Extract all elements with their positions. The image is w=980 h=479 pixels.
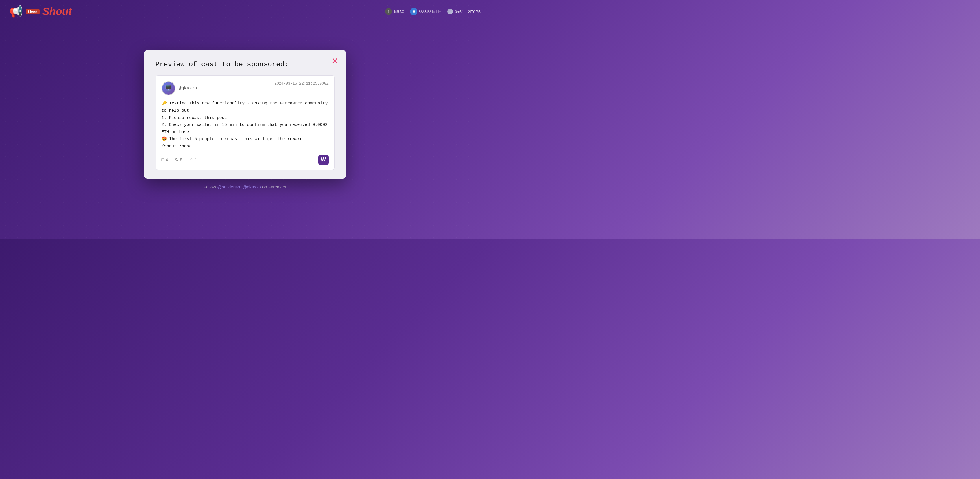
builderszn-link[interactable]: @builderszn (217, 184, 242, 189)
recast-icon: ↻ (175, 157, 179, 162)
cast-preview-modal: Preview of cast to be sponsored: ✕ 🖥️ @g… (144, 50, 346, 178)
recasts-count: 5 (180, 158, 182, 162)
cast-content: 🔑 Testing this new functionality - askin… (162, 100, 329, 150)
below-modal-text: Follow @builderszn @gkas23 on Farcaster (204, 184, 286, 189)
cast-comments[interactable]: □ 4 (162, 157, 168, 162)
gkas23-link[interactable]: @gkas23 (243, 184, 261, 189)
cast-timestamp: 2024-03-16T22:11:25.000Z (274, 81, 328, 86)
cast-likes[interactable]: ♡ 1 (189, 157, 197, 162)
like-icon: ♡ (189, 157, 193, 162)
avatar: 🖥️ (162, 81, 175, 95)
modal-close-button[interactable]: ✕ (332, 57, 338, 65)
comment-icon: □ (162, 157, 164, 162)
comments-count: 4 (165, 158, 168, 162)
modal-title: Preview of cast to be sponsored: (156, 61, 335, 68)
w-badge: W (318, 155, 329, 165)
likes-count: 1 (195, 158, 197, 162)
cast-user: 🖥️ @gkas23 (162, 81, 197, 95)
cast-username: @gkas23 (179, 86, 197, 91)
modal-overlay: Preview of cast to be sponsored: ✕ 🖥️ @g… (0, 0, 490, 240)
follow-text-prefix: Follow (204, 184, 217, 189)
cast-footer: □ 4 ↻ 5 ♡ 1 W (162, 155, 329, 165)
follow-text-suffix: on Farcaster (261, 184, 286, 189)
avatar-image: 🖥️ (162, 82, 175, 95)
cast-preview-card: 🖥️ @gkas23 2024-03-16T22:11:25.000Z 🔑 Te… (156, 75, 335, 169)
cast-recasts[interactable]: ↻ 5 (175, 157, 182, 162)
cast-header: 🖥️ @gkas23 2024-03-16T22:11:25.000Z (162, 81, 329, 95)
